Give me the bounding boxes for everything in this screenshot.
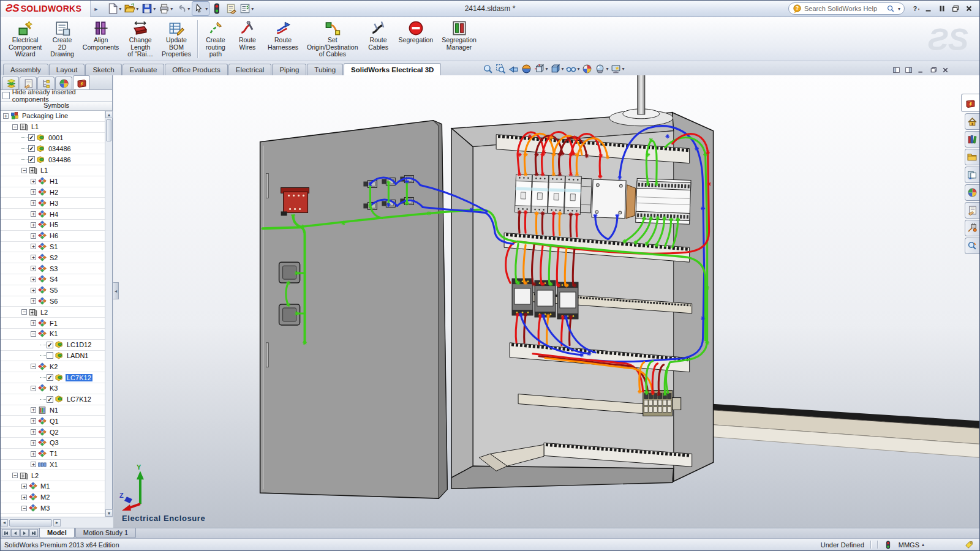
dropdown-arrow-icon[interactable]: ▾ [577,66,579,72]
contactors-row[interactable] [512,279,578,319]
tab-electrical[interactable]: Electrical [228,64,272,75]
tab-tubing[interactable]: Tubing [307,64,343,75]
taskpane-tab-home-resources[interactable] [965,113,979,130]
print-button[interactable]: ▾ [157,2,174,15]
tree-item-034486[interactable]: ✓034486 [1,143,105,154]
tree-item-h5[interactable]: +H5 [1,220,105,231]
tab-sketch[interactable]: Sketch [85,64,121,75]
doc-close-button[interactable] [941,66,950,73]
dropdown-arrow-icon[interactable]: ▾ [622,66,624,72]
scroll-left-button[interactable]: ◄ [1,519,8,527]
scroll-down-button[interactable]: ▼ [105,509,113,517]
pane-right-button[interactable] [904,66,913,73]
panel-tab-property-manager[interactable] [20,77,37,89]
tree-item-s2[interactable]: +S2 [1,252,105,263]
ribbon-segregation-button[interactable]: Segregation [394,19,438,45]
doc-tab-model[interactable]: Model [39,528,75,538]
tree-item-034486[interactable]: ✓034486 [1,154,105,165]
doc-minimize-button[interactable] [916,66,925,73]
tree-item-q2[interactable]: +Q2 [1,427,105,438]
tree-item-h2[interactable]: +H2 [1,187,105,198]
taskpane-tab-electrical-connection[interactable] [965,220,979,236]
tree-expander[interactable]: + [31,211,36,217]
tree-item-l2[interactable]: −L2 [1,470,105,481]
tree-expander[interactable]: + [31,407,36,413]
panel-tab-feature-manager[interactable] [2,77,19,89]
dropdown-arrow-icon[interactable]: ▾ [170,6,173,12]
tree-item-l1[interactable]: −L1 [1,165,105,176]
tree-item-x1[interactable]: +X1 [1,460,105,471]
graphics-viewport-3d[interactable]: Y Z Electrical Enclosure ◄ [113,75,979,528]
search-dropdown-icon[interactable]: ▾ [898,6,900,12]
tree-expander[interactable]: + [21,484,27,489]
taskpane-tab-design-library[interactable] [965,131,979,148]
search-icon[interactable] [886,4,895,13]
tree-item-l1[interactable]: −L1 [1,122,105,133]
tree-expander[interactable]: − [21,168,27,173]
taskpane-tab-electrical-search[interactable] [965,238,979,254]
scroll-right-button[interactable]: ► [53,519,61,527]
enclosure-3d-scene[interactable]: Y Z [113,75,979,528]
tree-checkbox[interactable] [47,352,53,359]
rebuild-traffic-light-icon[interactable] [884,541,892,549]
tree-expander[interactable]: + [3,113,9,119]
scroll-thumb[interactable] [9,519,52,527]
tree-expander[interactable]: + [31,255,36,260]
tree-expander[interactable]: − [12,124,18,130]
apply-scene-button[interactable]: ▾ [594,63,609,75]
tree-expander[interactable]: + [21,495,27,500]
tree-expander[interactable]: − [21,506,27,511]
search-input[interactable]: Search SolidWorks Help [804,5,884,12]
scroll-thumb[interactable] [106,119,111,141]
tab-solidworks-electrical-3d[interactable]: SolidWorks Electrical 3D [344,63,441,75]
help-button[interactable]: ?▾ [911,4,919,13]
section-view-button[interactable] [521,63,532,75]
taskpane-tab-appearances-scenes[interactable] [965,184,979,201]
tree-expander[interactable]: − [21,309,27,315]
hide-inserted-checkbox[interactable] [2,92,10,99]
dropdown-arrow-icon[interactable]: ▾ [119,6,121,12]
dropdown-arrow-icon[interactable]: ▾ [251,6,254,12]
tree-checkbox[interactable]: ✓ [47,396,53,403]
ribbon-electrical-component-wizard-button[interactable]: ElectricalComponentWizard [4,19,46,59]
dropdown-arrow-icon[interactable]: ▾ [606,66,608,72]
tree-item-s5[interactable]: +S5 [1,285,105,296]
tree-item-lc1d12[interactable]: ✓LC1D12 [1,340,105,351]
edit-appearance-button[interactable] [581,63,593,75]
tree-checkbox[interactable]: ✓ [28,145,35,152]
tree-expander[interactable]: + [31,200,36,206]
tree-item-s4[interactable]: +S4 [1,274,105,285]
tree-item-s1[interactable]: +S1 [1,242,105,253]
ribbon-create-routing-path-button[interactable]: Createroutingpath [200,19,232,59]
zoom-area-button[interactable] [495,63,507,75]
new-document-button[interactable]: ▾ [106,2,123,15]
save-floppy-button[interactable]: ▾ [140,2,157,15]
tree-item-ladn1[interactable]: LADN1 [1,351,105,362]
tree-item-lc7k12[interactable]: ✓LC7K12 [1,372,105,383]
next-tab-button[interactable] [20,529,29,537]
tree-item-m3[interactable]: −M3 [1,503,105,514]
display-style-button[interactable]: ▾ [549,63,564,75]
ribbon-segregation-manager-button[interactable]: SegregationManager [437,19,481,52]
ribbon-route-harnesses-button[interactable]: RouteHarnesses [263,19,303,52]
ribbon-create-2d-drawing-button[interactable]: Create2DDrawing [46,19,78,59]
tree-item-l2[interactable]: −L2 [1,307,105,318]
tree-expander[interactable]: − [31,331,36,337]
tree-expander[interactable]: − [31,386,36,391]
door-relay[interactable] [281,188,309,216]
menu-expand-arrow[interactable]: ▸ [91,6,101,12]
tree-item-n1[interactable]: +N1 [1,405,105,416]
tree-expander[interactable]: + [31,418,36,424]
tree-expander[interactable]: + [31,277,36,282]
taskpane-tab-custom-properties[interactable] [965,202,979,219]
first-tab-button[interactable] [2,529,10,537]
tree-expander[interactable]: + [31,320,36,326]
tree-checkbox[interactable]: ✓ [47,342,53,348]
tree-item-t1[interactable]: +T1 [1,449,105,460]
minimize-button[interactable] [924,4,933,13]
open-folder-button[interactable]: ▾ [123,2,140,15]
ribbon-change-length-button[interactable]: ChangeLengthof "Rai… [123,19,157,59]
ribbon-update-bom-properties-button[interactable]: UpdateBOMProperties [157,19,195,59]
prev-tab-button[interactable] [11,529,20,537]
zoom-fit-button[interactable] [482,63,494,75]
